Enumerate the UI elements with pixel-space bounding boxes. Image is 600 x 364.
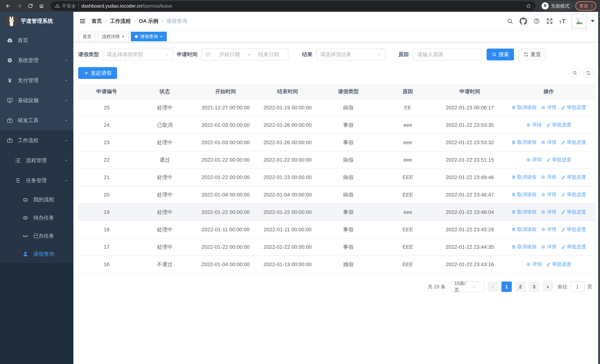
result-select[interactable]: 请选择流结果 (316, 48, 385, 60)
sidebar-item[interactable]: ¥支付管理 (0, 70, 73, 90)
detail-link[interactable]: 详情 (526, 121, 542, 128)
detail-link[interactable]: 详情 (541, 226, 556, 233)
approval-progress-link[interactable]: 审批进度 (561, 174, 586, 180)
back-button[interactable] (4, 1, 13, 10)
cancel-leave-link[interactable]: 取消请假 (511, 191, 536, 198)
next-page-button[interactable]: › (543, 281, 553, 292)
cancel-leave-link[interactable]: 取消请假 (511, 209, 536, 215)
trash-icon (511, 244, 516, 249)
help-icon[interactable] (533, 18, 540, 24)
approval-progress-link[interactable]: 审批进度 (546, 156, 571, 163)
cancel-leave-link[interactable]: 取消请假 (511, 243, 536, 250)
sidebar-item[interactable]: 已办任务 (0, 227, 73, 245)
detail-link[interactable]: 详情 (541, 139, 556, 146)
fullscreen-icon[interactable] (546, 18, 553, 24)
close-icon[interactable]: × (122, 34, 124, 39)
breadcrumb-item[interactable]: OA 示例 (139, 18, 159, 25)
address-bar[interactable]: 不安全 dashboard.yudao.iocoder.cn/bpm/oa/le… (50, 1, 536, 11)
reason-input[interactable] (417, 52, 477, 57)
tags-view: 首页流程详情×请假查询× (73, 30, 600, 43)
goto-page-input[interactable] (570, 281, 585, 292)
close-icon[interactable]: × (160, 34, 163, 39)
tab-首页[interactable]: 首页 (79, 32, 96, 41)
table-row: 20处理中2022-01-04 00:00:002022-01-04 00:00… (78, 186, 595, 204)
approval-progress-link[interactable]: 审批进度 (561, 243, 586, 250)
bookmark-star-icon[interactable] (526, 3, 531, 9)
cancel-leave-link[interactable]: 取消请假 (511, 139, 536, 146)
breadcrumb-item[interactable]: 首页 (92, 18, 102, 25)
sidebar-item[interactable]: 系统管理 (0, 50, 73, 70)
breadcrumb-separator: / (134, 18, 136, 24)
reset-button[interactable]: 重置 (518, 48, 546, 60)
detail-link[interactable]: 详情 (526, 261, 542, 267)
sidebar-item[interactable]: 请假查询 (0, 245, 73, 263)
reload-button[interactable] (26, 1, 35, 10)
approval-progress-link[interactable]: 审批进度 (546, 121, 571, 128)
chevron-down-icon (64, 159, 68, 163)
tab-请假查询[interactable]: 请假查询× (131, 32, 167, 41)
reload-icon (28, 3, 33, 9)
font-size-icon[interactable]: TT (559, 18, 565, 24)
avatar-dropdown-icon[interactable] (591, 20, 594, 22)
view-icon (541, 244, 546, 249)
detail-link[interactable]: 详情 (541, 243, 556, 250)
reason-input-wrap (412, 48, 482, 60)
status-text: 处理中 (135, 238, 195, 256)
approval-progress-link[interactable]: 审批进度 (561, 104, 586, 111)
search-button[interactable]: 搜索 (487, 48, 514, 60)
refresh-table-button[interactable] (583, 68, 594, 78)
toggle-search-button[interactable] (570, 68, 580, 78)
breadcrumb-item[interactable]: 工作流程 (110, 18, 131, 25)
approval-progress-link[interactable]: 审批进度 (561, 191, 586, 198)
prev-page-button[interactable]: ‹ (488, 281, 498, 292)
github-icon[interactable] (520, 18, 527, 25)
approval-progress-link[interactable]: 审批进度 (561, 209, 586, 215)
pen-icon (561, 244, 566, 249)
avatar[interactable] (572, 14, 587, 28)
sidebar-collapse-icon[interactable] (79, 18, 86, 25)
detail-link[interactable]: 详情 (541, 174, 556, 180)
sidebar-item[interactable]: 研发工具 (0, 111, 73, 131)
detail-link[interactable]: 详情 (541, 209, 556, 215)
page-button-3[interactable]: 3 (529, 281, 539, 292)
cancel-leave-link[interactable]: 取消请假 (511, 104, 536, 111)
page-scrollbar[interactable] (598, 12, 600, 364)
table-row: 19处理中2022-01-22 00:00:002022-01-22 00:00… (78, 204, 595, 221)
page-button-2[interactable]: 2 (515, 281, 525, 292)
column-header: 开始时间 (195, 84, 257, 99)
sidebar-item[interactable]: 工作流程 (0, 131, 73, 150)
browser-menu-icon[interactable] (591, 4, 592, 8)
sidebar-item[interactable]: 基础设施 (0, 90, 73, 111)
active-tab-dot (135, 35, 138, 38)
breadcrumb-item[interactable]: 请假查询 (166, 18, 187, 25)
sidebar-item-label: 基础设施 (18, 97, 59, 104)
security-chip[interactable]: 不安全 (55, 3, 76, 9)
detail-link[interactable]: 详情 (526, 156, 542, 163)
sidebar-item[interactable]: 任务管理 (0, 170, 73, 191)
leave-type-select[interactable]: 请选择请假类型 (103, 48, 173, 60)
cancel-leave-link[interactable]: 取消请假 (511, 226, 536, 233)
approval-progress-link[interactable]: 审批进度 (546, 261, 571, 267)
search-icon[interactable] (506, 18, 513, 24)
sidebar-item[interactable]: 首页 (0, 30, 73, 50)
view-icon (541, 105, 546, 110)
tab-流程详情[interactable]: 流程详情× (98, 32, 129, 41)
sidebar-item[interactable]: 我的流程 (0, 191, 73, 209)
page-size-select[interactable]: 10条/页 (450, 281, 484, 292)
approval-progress-link[interactable]: 审批进度 (561, 226, 586, 233)
home-button[interactable] (37, 1, 46, 10)
detail-link[interactable]: 详情 (541, 104, 556, 111)
browser-update-button[interactable]: 更新 (575, 1, 596, 10)
cancel-leave-link[interactable]: 取消请假 (511, 174, 536, 180)
page-button-1[interactable]: 1 (501, 281, 512, 292)
approval-progress-link[interactable]: 审批进度 (561, 139, 586, 146)
chevron-down-icon (377, 52, 381, 57)
view-icon (541, 192, 546, 197)
create-leave-button[interactable]: 发起请假 (78, 67, 117, 79)
apply-time-range-picker[interactable]: 开始日期 - 结束日期 (201, 48, 288, 60)
sidebar-item[interactable]: 待办任务 (0, 209, 73, 227)
forward-button[interactable] (15, 1, 24, 10)
detail-link[interactable]: 详情 (541, 191, 556, 198)
sidebar-item[interactable]: 流程管理 (0, 150, 73, 170)
app-logo[interactable]: 芋道管理系统 (0, 12, 73, 30)
